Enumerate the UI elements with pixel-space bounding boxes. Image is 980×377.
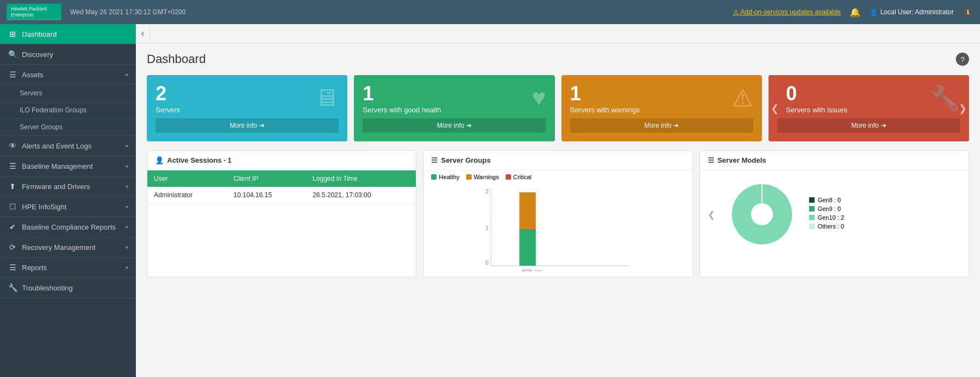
prev-arrow-icon[interactable]: ❮ [771,102,779,115]
col-user: User [147,170,227,187]
bottom-panels: 👤 Active Sessions · 1 User Client IP Log… [147,150,969,277]
sidebar-item-troubleshooting[interactable]: 🔧 Troubleshooting [0,278,136,298]
page-title: Dashboard [147,52,206,66]
col-logged-in: Logged in Time [306,170,416,187]
others-label: Others : 0 [818,223,844,230]
sidebar-item-firmware[interactable]: ⬆ Firmware and Drivers ▾ [0,176,136,197]
addon-warning[interactable]: Add-on-services updates available [733,8,841,16]
server-models-header: ☰ Server Models [700,151,968,170]
assets-icon: ☰ [8,70,18,79]
col-client-ip: Client IP [227,170,306,187]
server-groups-panel-header: ☰ Server Groups [423,151,692,170]
gen10-dot [809,215,815,220]
sidebar-item-assets[interactable]: ☰ Assets ▾ [0,65,136,85]
sidebar-item-hpe-infosight[interactable]: ☐ HPE InfoSight ▾ [0,197,136,217]
more-info-link[interactable]: More info ➔ [156,118,339,133]
issues-stat-card[interactable]: ❮ 0 Servers with issues 🔧 More info ➔ ❯ [769,75,969,141]
more-info-link[interactable]: More info ➔ [570,118,753,133]
main-content: Dashboard ? 2 Servers 🖥 More info ➔ [136,43,980,377]
server-groups-panel-title: Server Groups [441,156,490,164]
troubleshooting-icon: 🔧 [8,283,18,292]
stat-label: Servers with issues [786,106,847,114]
sessions-icon: 👤 [155,156,164,164]
server-models-title: Server Models [718,156,766,164]
stat-cards: 2 Servers 🖥 More info ➔ 1 Servers with g… [147,75,969,141]
bell-icon[interactable]: 🔔 [850,7,861,18]
sidebar-item-alerts[interactable]: 👁 Alerts and Event Logs ▾ [0,136,136,156]
chevron-down-icon: ▾ [125,184,128,190]
stat-number: 1 [363,84,441,104]
active-sessions-panel: 👤 Active Sessions · 1 User Client IP Log… [147,150,416,277]
issue-bg-icon: 🔧 [930,84,960,112]
table-row: Administrator 10.104.16.15 26.5.2021, 17… [147,187,416,204]
gen8-label: Gen8 : 0 [818,197,841,203]
good-health-stat-card[interactable]: 1 Servers with good health ♥ More info ➔ [354,75,554,141]
more-info-link[interactable]: More info ➔ [363,118,546,133]
pie-prev-arrow-icon[interactable]: ❮ [708,209,715,220]
recovery-icon: ⟳ [8,243,18,252]
svg-text:HPE Apo...: HPE Apo... [522,269,546,271]
baseline-compliance-icon: ✔ [8,222,18,231]
sidebar-item-label: Baseline Compliance Reports [22,223,121,231]
server-models-panel: ☰ Server Models ❮ [700,150,969,277]
chevron-down-icon: ▾ [125,143,128,149]
sidebar-item-reports[interactable]: ☰ Reports ▾ [0,258,136,278]
reports-icon: ☰ [8,263,18,272]
sidebar-item-label: Assets [22,71,121,79]
sidebar-item-baseline-compliance[interactable]: ✔ Baseline Compliance Reports ▾ [0,217,136,237]
warning-bg-icon: ⚠ [732,84,753,112]
servers-bg-icon: 🖥 [314,84,339,111]
sidebar-item-server-groups[interactable]: Server Groups [0,119,136,136]
others-dot [809,224,815,229]
topbar: Hewlett Packard Enterprise Wed May 26 20… [0,0,980,24]
next-arrow-icon[interactable]: ❯ [959,102,967,115]
svg-text:0: 0 [485,260,489,266]
warnings-stat-card[interactable]: 1 Servers with warnings ⚠ More info ➔ [561,75,762,141]
legend-gen9: Gen9 : 0 [809,205,844,212]
sidebar-item-discovery[interactable]: 🔍 Discovery [0,44,136,65]
logged-in-cell: 26.5.2021, 17:03:00 [306,187,416,204]
warnings-dot [466,174,472,180]
topbar-right: Add-on-services updates available 🔔 Loca… [733,7,973,18]
layout: ⊞ Dashboard 🔍 Discovery ☰ Assets ▾ Serve… [0,24,980,377]
sidebar-item-dashboard[interactable]: ⊞ Dashboard [0,24,136,44]
logo-line2: Enterprise [11,12,57,18]
info-icon[interactable]: ℹ [962,7,973,18]
legend-healthy-label: Healthy [439,174,459,180]
servers-stat-card[interactable]: 2 Servers 🖥 More info ➔ [147,75,347,141]
gen9-label: Gen9 : 0 [818,205,841,212]
legend-warnings-label: Warnings [474,174,499,180]
sidebar-item-baseline-mgmt[interactable]: ☰ Baseline Management ▾ [0,156,136,176]
warnings-bar [519,192,536,229]
baseline-mgmt-icon: ☰ [8,162,18,170]
sidebar-item-label: Reports [22,264,121,272]
server-groups-panel: ☰ Server Groups Healthy Warnings [423,150,692,277]
sidebar-item-label: Discovery [22,50,128,59]
legend-others: Others : 0 [809,223,844,230]
more-info-link[interactable]: More info ➔ [777,118,960,133]
user-label[interactable]: Local User: Administrator [869,8,954,16]
sidebar-item-recovery-mgmt[interactable]: ⟳ Recovery Management ▾ [0,237,136,258]
sidebar-item-label: Dashboard [22,30,128,38]
sidebar-item-label: Troubleshooting [22,284,128,292]
active-sessions-title: Active Sessions · 1 [167,156,232,164]
server-groups-panel-icon: ☰ [431,156,438,164]
active-sessions-header: 👤 Active Sessions · 1 [147,151,416,170]
sidebar-item-label: Alerts and Event Logs [22,142,121,150]
sidebar-item-label: HPE InfoSight [22,203,121,211]
card-content: 1 Servers with good health [363,84,441,114]
server-models-icon: ☰ [708,156,714,164]
bar-chart-svg: 2 1 0 HPE Apo... [431,184,684,271]
table-header-row: User Client IP Logged in Time [147,170,416,187]
card-content: 0 Servers with issues [786,84,847,114]
sidebar-item-servers[interactable]: Servers [0,85,136,102]
sidebar-item-ilo-federation[interactable]: iLO Federation Groups [0,102,136,119]
datetime: Wed May 26 2021 17:30:12 GMT+0200 [70,8,733,16]
help-button[interactable]: ? [956,53,969,66]
chevron-down-icon: ▾ [125,163,128,169]
stat-number: 1 [570,84,640,104]
sidebar-collapse-button[interactable]: ‹ [136,24,150,43]
discovery-icon: 🔍 [8,50,18,59]
healthy-bar [519,229,536,266]
card-top: 0 Servers with issues 🔧 [777,84,960,114]
